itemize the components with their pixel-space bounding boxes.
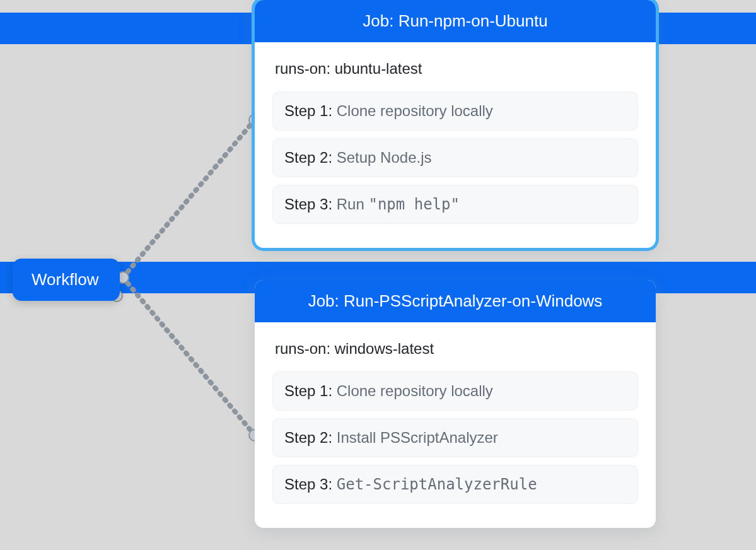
job-header-name: Run-PSScriptAnalyzer-on-Windows <box>344 291 602 310</box>
step-text: Clone repository locally <box>337 382 493 399</box>
job-card-windows: Job: Run-PSScriptAnalyzer-on-Windows run… <box>255 280 656 528</box>
job-header-name: Run-npm-on-Ubuntu <box>398 11 548 30</box>
step-text-code: "npm help" <box>368 196 460 213</box>
step-row: Step 1: Clone repository locally <box>272 91 638 131</box>
step-row: Step 3: Get-ScriptAnalyzerRule <box>272 465 638 504</box>
step-text-code: Get-ScriptAnalyzerRule <box>337 476 537 493</box>
job-header-prefix: Job: <box>308 291 344 310</box>
runs-on-row: runs-on: windows-latest <box>272 332 638 364</box>
step-row: Step 3: Run "npm help" <box>272 185 638 224</box>
job-header-prefix: Job: <box>363 11 398 30</box>
runs-on-row: runs-on: ubuntu-latest <box>272 52 638 84</box>
job-card-ubuntu: Job: Run-npm-on-Ubuntu runs-on: ubuntu-l… <box>255 0 656 248</box>
workflow-node: Workflow <box>13 259 120 301</box>
step-label: Step 1: <box>284 382 337 399</box>
runs-on-value: ubuntu-latest <box>335 60 422 77</box>
svg-line-1 <box>123 278 255 435</box>
job-body: runs-on: ubuntu-latest Step 1: Clone rep… <box>255 42 656 248</box>
step-prefix: Run <box>337 196 369 213</box>
runs-on-label: runs-on: <box>275 340 335 357</box>
job-header: Job: Run-npm-on-Ubuntu <box>255 0 656 42</box>
step-label: Step 2: <box>284 429 337 446</box>
svg-line-0 <box>123 120 255 278</box>
step-text: Install PSScriptAnalyzer <box>337 429 498 446</box>
runs-on-value: windows-latest <box>335 340 434 357</box>
step-label: Step 1: <box>284 102 337 119</box>
step-row: Step 1: Clone repository locally <box>272 372 638 411</box>
step-row: Step 2: Install PSScriptAnalyzer <box>272 418 638 457</box>
step-row: Step 2: Setup Node.js <box>272 138 638 177</box>
runs-on-label: runs-on: <box>275 60 335 77</box>
job-body: runs-on: windows-latest Step 1: Clone re… <box>255 322 656 528</box>
step-label: Step 2: <box>284 149 337 166</box>
step-text: Clone repository locally <box>337 102 493 119</box>
workflow-label: Workflow <box>32 270 98 289</box>
job-header: Job: Run-PSScriptAnalyzer-on-Windows <box>255 280 656 322</box>
step-label: Step 3: <box>284 196 337 213</box>
step-text: Setup Node.js <box>337 149 432 166</box>
step-label: Step 3: <box>284 476 337 493</box>
